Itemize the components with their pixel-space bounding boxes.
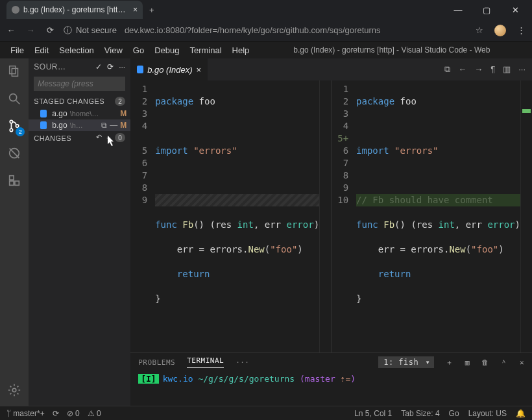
status-language[interactable]: Go <box>449 409 459 418</box>
panel-tab-terminal[interactable]: TERMINAL <box>187 356 224 368</box>
status-layout[interactable]: Layout: US <box>468 409 507 418</box>
file-icon <box>40 121 47 129</box>
status-bar: ᛘ master*+ ⟳ ⊘ 0 ⚠ 0 Ln 5, Col 1 Tab Siz… <box>0 406 532 420</box>
bottom-panel: PROBLEMS TERMINAL ··· 1: fish ＋ ▥ 🗑 ＾ ✕ … <box>130 352 532 406</box>
status-errors[interactable]: ⊘ 0 <box>67 409 80 418</box>
staged-file-a[interactable]: a.go \home\kyl…M <box>29 108 130 119</box>
svg-point-4 <box>10 120 12 123</box>
editor-area: b.go (Index) × ⧉ ← → ¶ ▥ ··· 123456789 p… <box>130 58 532 406</box>
scm-sidebar: SOUR… ✓ ⟳ ··· STAGED CHANGES 2 a.go \hom… <box>29 58 130 406</box>
svg-line-3 <box>16 101 20 105</box>
open-file-icon[interactable]: ⧉ <box>101 121 107 130</box>
changes-count-badge: 0 <box>115 133 125 142</box>
window-maximize-button[interactable]: ▢ <box>472 0 501 19</box>
prompt-branch: master <box>305 374 335 384</box>
terminal[interactable]: [I]kwc.io ~/g/s/g/s/goreturns (master ⇡=… <box>130 371 532 406</box>
editor-tab-label: b.go (Index) <box>147 65 192 75</box>
split-terminal-icon[interactable]: ▥ <box>465 358 470 367</box>
stage-all-icon[interactable]: ＋ <box>105 133 113 143</box>
url-text[interactable]: dev.kwc.io:8080/?folder=/home/kyle/go/sr… <box>125 25 381 35</box>
window-close-button[interactable]: ✕ <box>501 0 529 19</box>
panel-more-icon[interactable]: ··· <box>236 358 249 367</box>
more-icon[interactable]: ··· <box>518 64 526 75</box>
favicon <box>12 6 19 14</box>
activity-debug[interactable] <box>5 144 23 162</box>
code-modified[interactable]: package foo import "errors" // Fb should… <box>354 80 520 352</box>
menu-edit[interactable]: Edit <box>29 44 54 56</box>
close-icon[interactable]: × <box>133 5 138 14</box>
close-panel-icon[interactable]: ✕ <box>520 358 524 367</box>
refresh-icon[interactable]: ⟳ <box>107 62 114 71</box>
file-path: \h… <box>70 121 83 129</box>
line-gutter: 12345+678910 <box>332 80 354 352</box>
activity-settings[interactable] <box>5 381 23 399</box>
back-button[interactable]: ← <box>5 25 17 36</box>
code-original[interactable]: package foo import "errors" func Fb() (r… <box>152 80 319 352</box>
status-tab-size[interactable]: Tab Size: 4 <box>401 409 439 418</box>
branch-icon[interactable]: ᛘ master*+ <box>6 409 45 418</box>
status-branch: master*+ <box>13 409 44 418</box>
svg-point-2 <box>10 94 17 101</box>
menu-terminal[interactable]: Terminal <box>184 44 226 56</box>
diff-modified-pane[interactable]: 12345+678910 package foo import "errors"… <box>332 80 532 352</box>
section-changes[interactable]: CHANGES ↶ ＋ 0 <box>29 131 130 145</box>
browser-tab[interactable]: b.go (Index) - goreturns [http] - V × <box>6 1 143 19</box>
status-cursor-pos[interactable]: Ln 5, Col 1 <box>354 409 392 418</box>
menu-go[interactable]: Go <box>128 44 149 56</box>
editor-tab[interactable]: b.go (Index) × <box>130 58 208 80</box>
address-bar: ← → ⟳ ⓘ Not secure dev.kwc.io:8080/?fold… <box>0 19 532 42</box>
menu-help[interactable]: Help <box>227 44 255 56</box>
unstage-icon[interactable]: — <box>110 121 117 130</box>
more-icon[interactable]: ··· <box>119 62 125 71</box>
close-icon[interactable]: × <box>197 65 202 75</box>
activity-extensions[interactable] <box>5 171 23 190</box>
diff-original-pane[interactable]: 123456789 package foo import "errors" fu… <box>130 80 332 352</box>
panel-tab-problems[interactable]: PROBLEMS <box>138 358 175 367</box>
minimap[interactable] <box>319 80 331 352</box>
section-staged[interactable]: STAGED CHANGES 2 <box>29 95 130 108</box>
svg-rect-1 <box>12 68 18 76</box>
prompt-mode: [I] <box>138 374 158 384</box>
kill-terminal-icon[interactable]: 🗑 <box>481 358 489 367</box>
bookmark-star-icon[interactable]: ☆ <box>474 25 485 36</box>
commit-check-icon[interactable]: ✓ <box>95 62 102 71</box>
maximize-panel-icon[interactable]: ＾ <box>500 358 508 367</box>
activity-source-control[interactable]: 2 <box>5 117 23 135</box>
new-terminal-icon[interactable]: ＋ <box>446 358 453 367</box>
forward-button[interactable]: → <box>25 25 36 36</box>
activity-explorer[interactable] <box>5 62 23 80</box>
menu-debug[interactable]: Debug <box>149 44 184 56</box>
file-icon <box>40 110 47 117</box>
bell-icon[interactable]: 🔔 <box>516 409 526 418</box>
browser-titlebar: b.go (Index) - goreturns [http] - V × + … <box>0 0 532 19</box>
discard-icon[interactable]: ↶ <box>96 133 103 143</box>
kebab-menu-icon[interactable]: ⋮ <box>515 25 527 36</box>
whitespace-icon[interactable]: ¶ <box>490 64 495 75</box>
reload-button[interactable]: ⟳ <box>44 25 56 36</box>
not-secure-label: Not secure <box>76 25 117 35</box>
site-security[interactable]: ⓘ Not secure <box>64 25 117 36</box>
menu-selection[interactable]: Selection <box>54 44 99 56</box>
split-editor-icon[interactable]: ▥ <box>503 64 511 75</box>
line-gutter: 123456789 <box>130 80 152 352</box>
open-file-icon[interactable]: ⧉ <box>444 64 450 75</box>
sync-icon[interactable]: ⟳ <box>53 409 59 418</box>
activity-search[interactable] <box>5 90 23 108</box>
file-status: M <box>120 121 127 130</box>
status-warnings[interactable]: ⚠ 0 <box>88 409 101 418</box>
staged-file-b[interactable]: b.go \h…⧉— M <box>29 119 130 131</box>
minimap[interactable] <box>520 80 532 352</box>
activity-bar: 2 <box>0 58 29 406</box>
next-change-icon[interactable]: → <box>474 64 483 75</box>
window-minimize-button[interactable]: — <box>444 0 472 19</box>
commit-message-input[interactable] <box>34 77 125 91</box>
diff-editor[interactable]: 123456789 package foo import "errors" fu… <box>130 80 532 352</box>
prompt-paren-open: ( <box>300 374 305 384</box>
svg-point-12 <box>12 388 16 392</box>
new-tab-button[interactable]: + <box>149 5 154 15</box>
profile-avatar[interactable] <box>494 25 506 36</box>
prev-change-icon[interactable]: ← <box>458 64 466 75</box>
menu-view[interactable]: View <box>99 44 128 56</box>
terminal-selector[interactable]: 1: fish <box>378 356 434 368</box>
menu-file[interactable]: File <box>5 44 29 56</box>
